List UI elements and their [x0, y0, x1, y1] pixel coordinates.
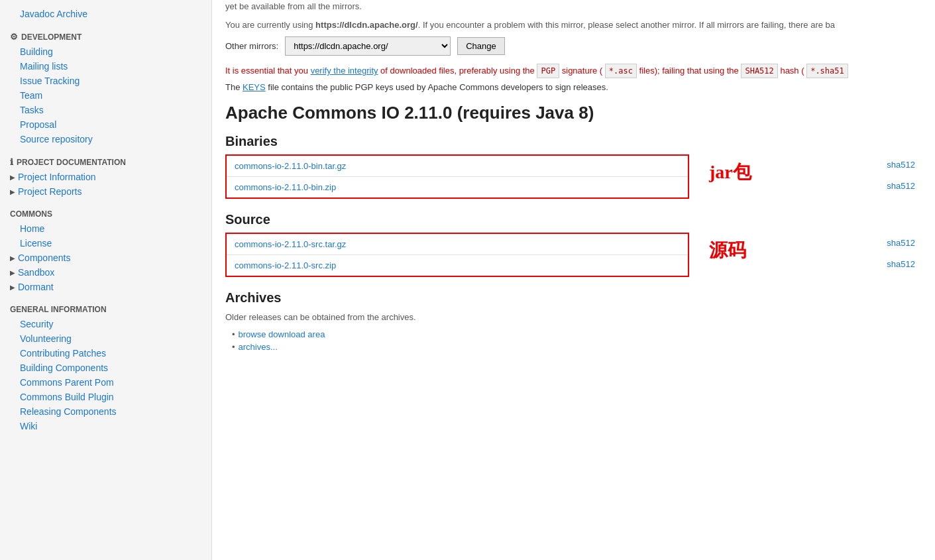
browse-download-area-link[interactable]: browse download area: [239, 329, 325, 339]
source-row-0: commons-io-2.11.0-src.tar.gz: [227, 234, 688, 255]
sidebar-item-commons-parent-pom[interactable]: Commons Parent Pom: [0, 375, 211, 390]
binary-row-1: commons-io-2.11.0-bin.zip: [227, 177, 688, 197]
arrow-icon: ▶: [10, 174, 15, 181]
sidebar-section-development: ⚙ DEVELOPMENT: [0, 25, 211, 44]
sidebar-item-mailing-lists[interactable]: Mailing lists: [0, 59, 211, 74]
sidebar-item-security[interactable]: Security: [0, 317, 211, 331]
sidebar-section-project-doc: ℹ PROJECT DOCUMENTATION: [0, 150, 211, 170]
binaries-title: Binaries: [225, 134, 922, 149]
sha512-link-bin-0[interactable]: sha512: [887, 160, 915, 170]
source-title: Source: [225, 212, 922, 227]
arrow-icon: ▶: [10, 284, 15, 291]
mirror-select[interactable]: https://dlcdn.apache.org/: [285, 36, 451, 56]
change-mirror-button[interactable]: Change: [457, 37, 505, 55]
development-icon: ⚙: [10, 32, 18, 42]
keys-notice: The KEYS file contains the public PGP ke…: [225, 82, 922, 92]
archive-list-item-1: archives...: [232, 342, 922, 352]
asc-badge: *.asc: [605, 64, 637, 78]
source-file-link-0[interactable]: commons-io-2.11.0-src.tar.gz: [235, 239, 346, 249]
source-file-link-1[interactable]: commons-io-2.11.0-src.zip: [235, 260, 336, 270]
archives-title: Archives: [225, 290, 922, 306]
integrity-notice: It is essential that you verify the inte…: [225, 64, 922, 78]
mirror-notice-text: yet be available from all the mirrors.: [225, 0, 922, 13]
sidebar-item-components[interactable]: ▶ Components: [0, 251, 211, 265]
archives-text: Older releases can be obtained from the …: [225, 311, 922, 324]
sidebar-item-team[interactable]: Team: [0, 88, 211, 103]
sidebar-item-building-components[interactable]: Building Components: [0, 361, 211, 375]
sha512-badge: SHA512: [741, 64, 777, 78]
sha512-link-bin-1[interactable]: sha512: [887, 181, 915, 191]
pgp-badge: PGP: [537, 64, 559, 78]
sidebar-item-tasks[interactable]: Tasks: [0, 103, 211, 117]
sha51-badge: *.sha51: [806, 64, 848, 78]
sidebar-item-proposal[interactable]: Proposal: [0, 117, 211, 132]
archive-list-item-0: browse download area: [232, 329, 922, 339]
source-section: commons-io-2.11.0-src.tar.gz commons-io-…: [225, 233, 922, 277]
sidebar-section-general-info: GENERAL INFORMATION: [0, 298, 211, 317]
sidebar-item-releasing-components[interactable]: Releasing Components: [0, 404, 211, 419]
sidebar-item-volunteering[interactable]: Volunteering: [0, 331, 211, 346]
sidebar-item-license[interactable]: License: [0, 236, 211, 251]
binaries-section: commons-io-2.11.0-bin.tar.gz commons-io-…: [225, 154, 922, 199]
sidebar-item-contributing-patches[interactable]: Contributing Patches: [0, 346, 211, 361]
current-mirror-notice: You are currently using https://dlcdn.ap…: [225, 19, 922, 32]
info-icon: ℹ: [10, 157, 13, 167]
sidebar-item-home[interactable]: Home: [0, 221, 211, 236]
sidebar-item-wiki[interactable]: Wiki: [0, 419, 211, 433]
sha512-link-src-0[interactable]: sha512: [887, 238, 915, 248]
keys-link[interactable]: KEYS: [243, 82, 266, 92]
mirror-selector-row: Other mirrors: https://dlcdn.apache.org/…: [225, 36, 922, 56]
arrow-icon: ▶: [10, 254, 15, 262]
verify-integrity-link[interactable]: verify the integrity: [311, 66, 378, 76]
sidebar-item-dormant[interactable]: ▶ Dormant: [0, 280, 211, 294]
sidebar-item-issue-tracking[interactable]: Issue Tracking: [0, 74, 211, 88]
sidebar-item-sandbox[interactable]: ▶ Sandbox: [0, 265, 211, 280]
binary-file-link-0[interactable]: commons-io-2.11.0-bin.tar.gz: [235, 161, 346, 171]
arrow-icon: ▶: [10, 269, 15, 276]
sidebar-section-commons: COMMONS: [0, 203, 211, 221]
sha512-link-src-1[interactable]: sha512: [887, 259, 915, 269]
archives-list: browse download area archives...: [225, 329, 922, 352]
binary-file-link-1[interactable]: commons-io-2.11.0-bin.zip: [235, 182, 336, 192]
source-row-1: commons-io-2.11.0-src.zip: [227, 255, 688, 276]
sidebar-item-commons-build-plugin[interactable]: Commons Build Plugin: [0, 390, 211, 404]
sidebar: Javadoc Archive ⚙ DEVELOPMENT Building M…: [0, 0, 212, 560]
sidebar-item-source-repository[interactable]: Source repository: [0, 132, 211, 146]
sidebar-item-building[interactable]: Building: [0, 44, 211, 59]
sidebar-item-project-information[interactable]: ▶ Project Information: [0, 170, 211, 184]
source-table: commons-io-2.11.0-src.tar.gz commons-io-…: [225, 233, 689, 277]
src-annotation: 源码: [709, 238, 746, 263]
binaries-table: commons-io-2.11.0-bin.tar.gz commons-io-…: [225, 154, 689, 199]
sidebar-item-javadoc-archive[interactable]: Javadoc Archive: [0, 7, 211, 21]
main-title: Apache Commons IO 2.11.0 (requires Java …: [225, 103, 922, 123]
binary-row-0: commons-io-2.11.0-bin.tar.gz: [227, 156, 688, 177]
archives-link[interactable]: archives...: [239, 342, 278, 352]
arrow-icon: ▶: [10, 188, 15, 196]
main-content: yet be available from all the mirrors. Y…: [212, 0, 935, 560]
jar-annotation: jar包: [709, 160, 751, 185]
other-mirrors-label: Other mirrors:: [225, 41, 278, 51]
sidebar-item-project-reports[interactable]: ▶ Project Reports: [0, 184, 211, 199]
